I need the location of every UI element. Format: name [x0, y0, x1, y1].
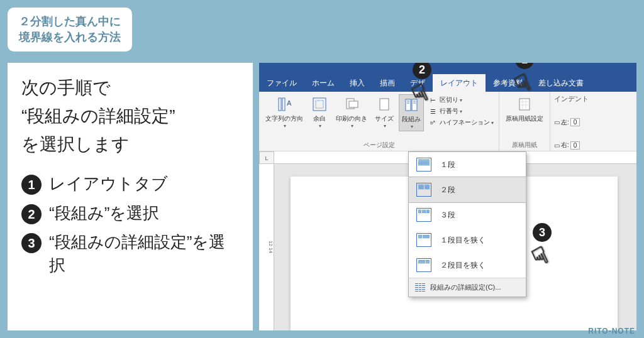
line-numbers-icon: ☰ — [428, 106, 438, 116]
vertical-ruler[interactable]: 12 14 — [259, 164, 274, 330]
step-item: 2 “段組み”を選択 — [21, 202, 239, 224]
svg-rect-6 — [349, 101, 358, 107]
breaks-button[interactable]: ⊢ 区切り▾ — [426, 94, 495, 106]
marker-3: 3 ☟ — [533, 223, 552, 270]
group-label-manuscript: 原稿用紙 — [503, 141, 546, 150]
marker-badge: 2 — [413, 63, 431, 79]
svg-rect-4 — [316, 101, 323, 108]
title-line1: ２分割した真ん中に — [19, 14, 121, 30]
chevron-down-icon: ▾ — [384, 123, 386, 129]
more-columns-icon — [415, 283, 425, 292]
tab-insert[interactable]: 挿入 — [342, 74, 372, 92]
margins-icon — [311, 95, 328, 113]
tab-mailings[interactable]: 差し込み文書 — [531, 74, 591, 92]
step-item: 1 レイアウトタブ — [21, 172, 239, 195]
manuscript-button[interactable]: 原稿用紙設定 — [503, 94, 546, 124]
chevron-down-icon: ▾ — [460, 97, 462, 103]
dropdown-more-columns[interactable]: 段組みの詳細設定(C)... — [409, 278, 526, 297]
svg-rect-14 — [519, 99, 530, 110]
ruler-corner[interactable]: L — [259, 151, 274, 164]
narrow-first-icon — [416, 233, 431, 247]
size-button[interactable]: サイズ▾ — [372, 94, 396, 131]
group-label-page-setup: ページ設定 — [263, 141, 495, 150]
hyphenation-button[interactable]: bª ハイフネーション▾ — [426, 117, 495, 128]
chevron-down-icon: ▾ — [351, 123, 353, 129]
tab-draw[interactable]: 描画 — [372, 74, 402, 92]
instruction-panel: 次の手順で “段組みの詳細設定” を選択します 1 レイアウトタブ 2 “段組み… — [8, 63, 253, 330]
step-number-badge: 1 — [21, 175, 42, 195]
step-text: レイアウトタブ — [49, 172, 168, 195]
margins-button[interactable]: 余白▾ — [308, 94, 331, 131]
three-column-icon — [416, 208, 431, 222]
chevron-down-icon: ▾ — [319, 123, 321, 129]
one-column-icon — [416, 158, 431, 172]
step-number-badge: 3 — [21, 233, 42, 253]
marker-1: 1 ☟ — [515, 63, 534, 97]
ribbon-group-page-setup: A 文字列の方向▾ 余白▾ 印刷の向き▾ サイズ▾ 段組み▾ — [259, 92, 499, 151]
svg-rect-3 — [313, 98, 326, 111]
orientation-icon — [343, 95, 360, 113]
title-line2: 境界線を入れる方法 — [19, 30, 121, 45]
dropdown-item-narrow1[interactable]: １段目を狭く — [409, 227, 526, 253]
chevron-down-icon: ▾ — [491, 120, 494, 126]
ribbon-group-indent: インデント ▭ 左: 0 ▭ 右: 0 — [550, 92, 592, 151]
step-text: “段組みの詳細設定”を選択 — [49, 231, 239, 276]
indent-right-input[interactable]: 0 — [570, 141, 580, 150]
orientation-button[interactable]: 印刷の向き▾ — [333, 94, 370, 131]
dropdown-item-1col[interactable]: １段 — [409, 152, 526, 177]
indent-left-input[interactable]: 0 — [570, 118, 580, 126]
title-card: ２分割した真ん中に 境界線を入れる方法 — [8, 8, 132, 52]
columns-dropdown: １段 ２段 ３段 １段目を狭く ２段目を狭く 段組みの詳細設定(C)... — [408, 151, 526, 297]
text-direction-icon: A — [275, 95, 293, 113]
ribbon-tabs: ファイル ホーム 挿入 描画 デザ レイアウト 参考資料 差し込み文書 — [259, 74, 636, 92]
ribbon-content: A 文字列の方向▾ 余白▾ 印刷の向き▾ サイズ▾ 段組み▾ — [259, 92, 636, 151]
ribbon-group-manuscript: 原稿用紙設定 原稿用紙 — [499, 92, 550, 151]
indent-label: インデント — [554, 94, 589, 104]
chevron-down-icon: ▾ — [460, 109, 462, 114]
dropdown-item-narrow2[interactable]: ２段目を狭く — [409, 253, 526, 278]
line-numbers-button[interactable]: ☰ 行番号▾ — [426, 106, 495, 117]
svg-rect-0 — [279, 98, 281, 111]
word-title-bar — [259, 63, 636, 74]
step-number-badge: 2 — [21, 204, 42, 224]
text-direction-button[interactable]: A 文字列の方向▾ — [263, 94, 306, 131]
dropdown-item-2col[interactable]: ２段 — [409, 177, 526, 202]
tab-file[interactable]: ファイル — [259, 74, 304, 92]
chevron-down-icon: ▾ — [284, 123, 286, 129]
two-column-icon — [416, 183, 431, 197]
step-text: “段組み”を選択 — [49, 202, 159, 224]
steps-list: 1 レイアウトタブ 2 “段組み”を選択 3 “段組みの詳細設定”を選択 — [21, 172, 239, 276]
step-item: 3 “段組みの詳細設定”を選択 — [21, 231, 239, 276]
dropdown-item-3col[interactable]: ３段 — [409, 202, 526, 227]
tab-layout[interactable]: レイアウト — [433, 74, 486, 92]
marker-2: 2 ☟ — [413, 63, 431, 107]
svg-rect-7 — [380, 99, 389, 110]
svg-text:A: A — [287, 99, 292, 107]
svg-rect-1 — [282, 98, 285, 111]
watermark: RITO-NOTE — [588, 327, 635, 335]
marker-badge: 3 — [533, 223, 552, 242]
word-app-screenshot: ファイル ホーム 挿入 描画 デザ レイアウト 参考資料 差し込み文書 A 文字… — [259, 63, 636, 330]
indent-right-icon: ▭ — [554, 142, 560, 149]
instruction-text: 次の手順で “段組みの詳細設定” を選択します — [21, 74, 239, 158]
narrow-second-icon — [416, 258, 431, 272]
indent-left-icon: ▭ — [554, 119, 560, 126]
tab-home[interactable]: ホーム — [304, 74, 342, 92]
hyphenation-icon: bª — [428, 117, 438, 128]
chevron-down-icon: ▾ — [411, 124, 413, 129]
size-icon — [375, 95, 393, 113]
